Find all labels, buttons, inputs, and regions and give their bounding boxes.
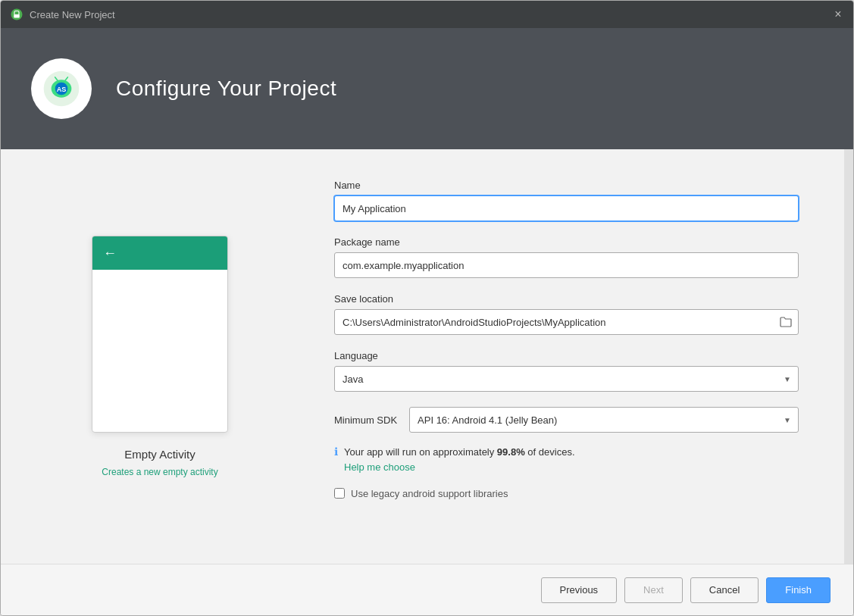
footer: Previous Next Cancel Finish xyxy=(1,564,853,615)
back-arrow-icon: ← xyxy=(103,245,117,261)
info-icon: ℹ xyxy=(334,446,338,458)
scrollbar[interactable] xyxy=(844,149,853,564)
info-percentage: 99.8% xyxy=(497,446,525,458)
svg-text:AS: AS xyxy=(57,86,67,93)
name-input[interactable] xyxy=(334,195,799,221)
right-panel: Name Package name Save location xyxy=(319,149,844,564)
min-sdk-row: Minimum SDK API 16: Android 4.1 (Jelly B… xyxy=(334,407,799,433)
legacy-checkbox[interactable] xyxy=(334,488,345,499)
svg-rect-1 xyxy=(14,14,20,18)
package-name-input[interactable] xyxy=(334,252,799,278)
info-content: Your app will run on approximately 99.8%… xyxy=(344,445,575,473)
left-panel: ← Empty Activity Creates a new empty act… xyxy=(1,149,319,564)
previous-button[interactable]: Previous xyxy=(541,577,618,603)
header: AS Configure Your Project xyxy=(1,28,853,149)
app-icon xyxy=(10,8,23,21)
min-sdk-select-wrapper: API 16: Android 4.1 (Jelly Bean) API 21:… xyxy=(409,407,799,433)
finish-button[interactable]: Finish xyxy=(766,577,831,603)
android-studio-logo: AS xyxy=(42,70,80,108)
info-text-suffix: of devices. xyxy=(525,446,575,458)
language-field-group: Language Java Kotlin ▼ xyxy=(334,350,799,392)
cancel-button[interactable]: Cancel xyxy=(690,577,759,603)
folder-icon xyxy=(780,317,792,327)
save-location-field-group: Save location xyxy=(334,293,799,335)
legacy-row: Use legacy android support libraries xyxy=(334,488,799,499)
min-sdk-label: Minimum SDK xyxy=(334,414,397,426)
language-select-wrapper: Java Kotlin ▼ xyxy=(334,366,799,392)
info-text-prefix: Your app will run on approximately xyxy=(344,446,497,458)
name-field-group: Name xyxy=(334,180,799,221)
info-row: ℹ Your app will run on approximately 99.… xyxy=(334,445,799,473)
titlebar: Create New Project × xyxy=(1,1,853,28)
help-link[interactable]: Help me choose xyxy=(344,461,575,473)
package-name-label: Package name xyxy=(334,236,799,248)
folder-browse-button[interactable] xyxy=(776,312,796,332)
header-title: Configure Your Project xyxy=(116,77,336,101)
activity-name: Empty Activity xyxy=(124,448,195,461)
phone-preview: ← xyxy=(92,236,228,433)
package-name-field-group: Package name xyxy=(334,236,799,278)
language-label: Language xyxy=(334,350,799,361)
content: ← Empty Activity Creates a new empty act… xyxy=(1,149,853,564)
language-select[interactable]: Java Kotlin xyxy=(334,366,799,392)
next-button[interactable]: Next xyxy=(624,577,683,603)
save-location-input[interactable] xyxy=(334,309,799,335)
close-icon[interactable]: × xyxy=(832,8,844,20)
save-location-label: Save location xyxy=(334,293,799,305)
name-label: Name xyxy=(334,180,799,191)
dialog: Create New Project × AS Configure Y xyxy=(0,0,854,616)
legacy-label: Use legacy android support libraries xyxy=(351,488,508,499)
header-logo: AS xyxy=(31,58,92,119)
titlebar-title: Create New Project xyxy=(30,9,832,20)
activity-description: Creates a new empty activity xyxy=(102,467,217,477)
phone-topbar: ← xyxy=(92,236,227,270)
save-location-wrapper xyxy=(334,309,799,335)
min-sdk-select[interactable]: API 16: Android 4.1 (Jelly Bean) API 21:… xyxy=(409,407,799,433)
